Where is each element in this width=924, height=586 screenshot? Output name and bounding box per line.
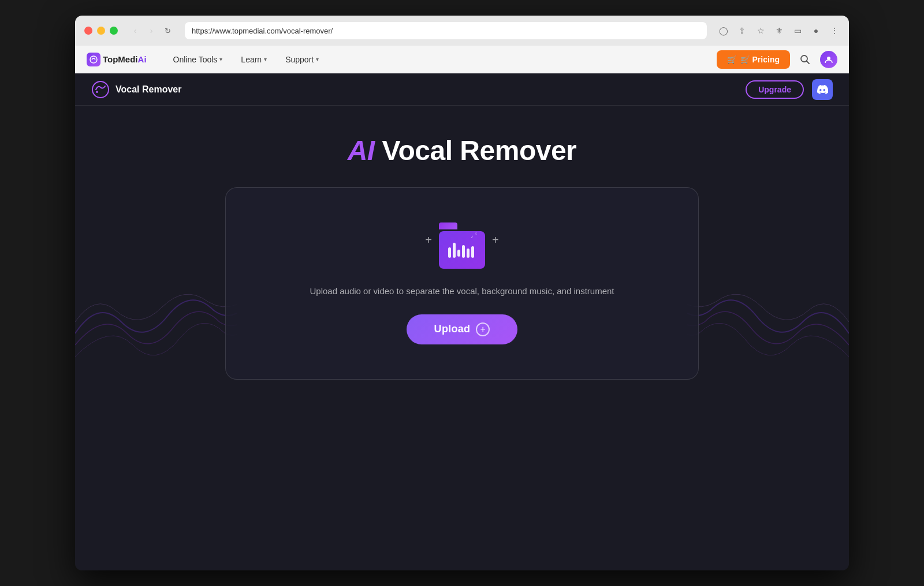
app-brand: Vocal Remover [91,80,181,99]
bookmark-icon[interactable]: ◯ [718,25,729,36]
svg-text:♫: ♫ [475,232,478,235]
plus-right-icon: + [492,233,499,247]
url-text: https://www.topmediai.com/vocal-remover/ [192,27,333,35]
upload-icon-area: + ♪ ♫ [420,222,503,269]
maximize-button[interactable] [110,27,118,35]
upgrade-button[interactable]: Upgrade [746,80,804,99]
browser-actions: ◯ ⇪ ☆ ⚜ ▭ ● ⋮ [718,25,840,36]
minimize-button[interactable] [97,27,105,35]
close-button[interactable] [84,27,92,35]
music-folder-icon: ♪ ♫ [437,222,487,269]
plus-circle-icon: + [476,322,490,336]
upload-button-label: Upload [434,323,471,335]
svg-rect-9 [453,243,456,258]
extensions-icon[interactable]: ⚜ [774,25,784,36]
back-button[interactable]: ‹ [129,25,141,36]
plus-left-icon: + [425,233,432,247]
star-icon[interactable]: ☆ [755,25,766,36]
svg-rect-11 [462,245,465,258]
pricing-button[interactable]: 🛒 🛒 Pricing [717,50,790,69]
chevron-down-icon: ▾ [316,56,319,62]
svg-rect-8 [448,247,451,258]
nav-item-support-label: Support [285,55,314,64]
chevron-down-icon: ▾ [219,56,222,62]
nav-menu: Online Tools ▾ Learn ▾ Support ▾ [165,51,717,68]
upgrade-label: Upgrade [758,85,791,94]
main-content: AI Vocal Remover + ♪ ♫ [75,106,849,380]
traffic-lights [84,27,118,35]
pricing-icon: 🛒 [727,55,737,64]
nav-item-learn[interactable]: Learn ▾ [233,51,275,68]
upload-description: Upload audio or video to separate the vo… [310,285,614,298]
user-avatar[interactable] [820,51,837,68]
discord-button[interactable] [812,79,833,100]
brand-logo[interactable]: TopMediAi [87,53,147,66]
top-nav-bar: TopMediAi Online Tools ▾ Learn ▾ Support… [75,46,849,73]
svg-point-0 [90,56,97,63]
forward-button[interactable]: › [146,25,157,36]
title-ai-text: AI [348,135,375,166]
nav-item-learn-label: Learn [241,55,262,64]
title-rest-text: Vocal Remover [375,135,577,166]
sidebar-icon[interactable]: ▭ [792,25,803,36]
brand-name: TopMediAi [103,54,147,64]
svg-rect-12 [467,249,470,258]
app-logo-icon [91,80,110,99]
browser-title-bar: ‹ › ↻ https://www.topmediai.com/vocal-re… [75,16,849,46]
svg-point-5 [96,91,98,93]
browser-nav-arrows: ‹ › ↻ [129,25,173,36]
nav-item-online-tools-label: Online Tools [173,55,218,64]
chevron-down-icon: ▾ [264,56,267,62]
pricing-label: 🛒 Pricing [740,55,780,64]
svg-text:♪: ♪ [471,234,473,239]
profile-icon[interactable]: ● [811,25,821,36]
address-bar[interactable]: https://www.topmediai.com/vocal-remover/ [185,22,707,39]
app-nav-right: Upgrade [746,79,833,100]
brand-text-normal: TopMedi [103,54,138,64]
brand-ai-text: Ai [138,54,147,64]
search-icon[interactable] [799,54,811,65]
nav-item-support[interactable]: Support ▾ [277,51,327,68]
mac-window: ‹ › ↻ https://www.topmediai.com/vocal-re… [75,16,849,570]
share-icon[interactable]: ⇪ [737,25,747,36]
menu-icon[interactable]: ⋮ [829,25,840,36]
upload-button[interactable]: Upload + [407,314,518,344]
nav-right: 🛒 🛒 Pricing [717,50,837,69]
svg-rect-13 [471,246,474,258]
svg-point-4 [92,81,109,98]
app-content: Vocal Remover Upgrade AI Vocal Remover [75,73,849,570]
app-brand-name: Vocal Remover [116,84,181,95]
svg-line-2 [807,61,810,64]
svg-rect-10 [457,250,460,257]
refresh-button[interactable]: ↻ [162,25,173,36]
page-title: AI Vocal Remover [348,135,577,166]
upload-area[interactable]: + ♪ ♫ [225,187,699,380]
brand-icon [87,53,100,66]
svg-point-3 [827,57,830,60]
app-subnav: Vocal Remover Upgrade [75,73,849,106]
nav-item-online-tools[interactable]: Online Tools ▾ [165,51,231,68]
